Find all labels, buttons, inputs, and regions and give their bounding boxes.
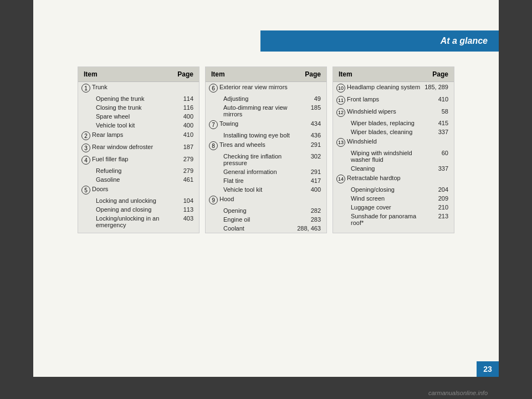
list-item: Flat tire 417 bbox=[206, 176, 326, 185]
num-badge-12: 12 bbox=[336, 108, 345, 117]
section-headlamp: 10 Headlamp cleaning system 185, 289 bbox=[333, 82, 454, 94]
section-front-lamps: 11 Front lamps 410 bbox=[333, 94, 454, 106]
list-item: Engine oil 283 bbox=[206, 215, 326, 224]
list-item: Closing the trunk 116 bbox=[78, 103, 199, 112]
col-item-3: Item bbox=[339, 70, 352, 78]
num-badge-11: 11 bbox=[336, 96, 345, 105]
fuel-filler-label: Fuel filler flap bbox=[92, 156, 174, 162]
mirrors-label: Exterior rear view mirrors bbox=[219, 84, 301, 90]
num-badge-6: 6 bbox=[209, 84, 218, 93]
num-badge-13: 13 bbox=[336, 138, 345, 147]
header-bar: At a glance bbox=[260, 30, 499, 52]
list-item: Refueling 279 bbox=[78, 166, 199, 175]
list-item: Installing towing eye bolt 436 bbox=[206, 131, 326, 140]
section-towing: 7 Towing 434 bbox=[206, 119, 326, 131]
front-lamps-label: Front lamps bbox=[347, 96, 429, 103]
num-badge-1: 1 bbox=[81, 84, 90, 93]
tires-label: Tires and wheels bbox=[219, 141, 301, 148]
watermark: carmanualsonline.info bbox=[428, 390, 488, 396]
hardtop-label: Retractable hardtop bbox=[347, 175, 429, 181]
num-badge-10: 10 bbox=[336, 84, 345, 93]
num-badge-5: 5 bbox=[81, 186, 90, 195]
content-area: At a glance Item Page 1 Trunk Opening th… bbox=[33, 0, 499, 377]
section-trunk: 1 Trunk bbox=[78, 82, 199, 94]
list-item: Vehicle tool kit 400 bbox=[78, 121, 199, 130]
list-item: Coolant 288, 463 bbox=[206, 224, 326, 233]
list-item: General information 291 bbox=[206, 167, 326, 176]
table-header-1: Item Page bbox=[78, 67, 199, 82]
doors-label: Doors bbox=[92, 186, 174, 192]
num-badge-14: 14 bbox=[336, 175, 345, 183]
list-item: Opening the trunk 114 bbox=[78, 94, 199, 103]
list-item: Opening and closing 113 bbox=[78, 205, 199, 214]
list-item: Spare wheel 400 bbox=[78, 112, 199, 121]
col-item-2: Item bbox=[211, 70, 225, 78]
table-section-3: Item Page 10 Headlamp cleaning system 18… bbox=[332, 66, 454, 233]
headlamp-label: Headlamp cleaning system bbox=[347, 84, 424, 90]
towing-label: Towing bbox=[219, 120, 301, 127]
col-item-1: Item bbox=[84, 70, 98, 78]
section-windshield: 13 Windshield bbox=[333, 136, 454, 149]
page-number: 23 bbox=[483, 365, 492, 374]
rear-defroster-label: Rear window defroster bbox=[92, 144, 174, 150]
table-section-1: Item Page 1 Trunk Opening the trunk 114 … bbox=[78, 66, 200, 233]
list-item: Wiper blades, replacing 415 bbox=[333, 119, 454, 127]
tables-container: Item Page 1 Trunk Opening the trunk 114 … bbox=[78, 66, 454, 233]
num-badge-2: 2 bbox=[81, 131, 90, 140]
rear-lamps-label: Rear lamps bbox=[92, 131, 174, 138]
list-item: Luggage cover 210 bbox=[333, 203, 454, 212]
list-item: Opening/closing 204 bbox=[333, 185, 454, 194]
section-rear-lamps: 2 Rear lamps 410 bbox=[78, 130, 199, 142]
windshield-label: Windshield bbox=[347, 138, 429, 145]
table-header-3: Item Page bbox=[333, 67, 454, 82]
section-doors: 5 Doors bbox=[78, 184, 199, 196]
page-title: At a glance bbox=[441, 36, 488, 46]
wipers-label: Windshield wipers bbox=[347, 108, 429, 115]
list-item: Wiper blades, cleaning 337 bbox=[333, 127, 454, 136]
num-badge-7: 7 bbox=[209, 120, 218, 129]
section-tires: 8 Tires and wheels 291 bbox=[206, 140, 326, 152]
page-number-badge: 23 bbox=[477, 361, 499, 377]
section-fuel-filler: 4 Fuel filler flap 279 bbox=[78, 154, 199, 166]
section-hardtop: 14 Retractable hardtop bbox=[333, 173, 454, 185]
list-item: Sunshade for panorama roof* 213 bbox=[333, 212, 454, 227]
section-hood: 9 Hood bbox=[206, 194, 326, 206]
section-wipers: 12 Windshield wipers 58 bbox=[333, 106, 454, 119]
section-mirrors: 6 Exterior rear view mirrors bbox=[206, 82, 326, 94]
list-item: Locking/unlocking in an emergency 403 bbox=[78, 214, 199, 229]
list-item: Cleaning 337 bbox=[333, 164, 454, 173]
col-page-2: Page bbox=[305, 70, 321, 78]
section-rear-defroster: 3 Rear window defroster 187 bbox=[78, 142, 199, 154]
num-badge-9: 9 bbox=[209, 196, 218, 204]
list-item: Gasoline 461 bbox=[78, 175, 199, 184]
num-badge-8: 8 bbox=[209, 141, 218, 150]
list-item: Opening 282 bbox=[206, 206, 326, 215]
table-section-2: Item Page 6 Exterior rear view mirrors A… bbox=[205, 66, 327, 233]
list-item: Checking tire inflation pressure 302 bbox=[206, 152, 326, 167]
list-item: Vehicle tool kit 400 bbox=[206, 185, 326, 194]
trunk-label: Trunk bbox=[92, 84, 174, 90]
list-item: Wind screen 209 bbox=[333, 194, 454, 203]
num-badge-3: 3 bbox=[81, 144, 90, 152]
list-item: Adjusting 49 bbox=[206, 94, 326, 103]
col-page-1: Page bbox=[177, 70, 193, 78]
list-item: Locking and unlocking 104 bbox=[78, 196, 199, 205]
table-header-2: Item Page bbox=[206, 67, 326, 82]
list-item: Wiping with windshield washer fluid 60 bbox=[333, 149, 454, 164]
num-badge-4: 4 bbox=[81, 156, 90, 165]
list-item: Auto-dimming rear view mirrors 185 bbox=[206, 103, 326, 119]
col-page-3: Page bbox=[432, 70, 448, 78]
hood-label: Hood bbox=[219, 196, 301, 202]
